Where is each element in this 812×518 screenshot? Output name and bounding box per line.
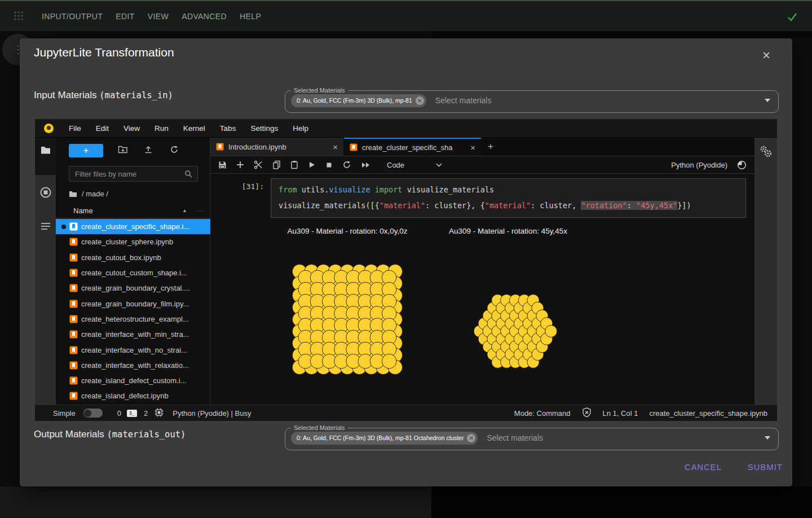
jupyter-menu-items: FileEditViewRunKernelTabsSettingsHelp xyxy=(61,124,316,133)
tab-create-cluster-specific-shape[interactable]: create_cluster_specific_sha × xyxy=(344,138,481,156)
menubar-item-advanced[interactable]: ADVANCED xyxy=(182,12,227,21)
chevron-down-icon[interactable] xyxy=(435,163,443,168)
jupyter-left-activity-bar xyxy=(35,138,56,405)
paste-icon[interactable] xyxy=(290,160,298,169)
stop-icon[interactable] xyxy=(325,161,333,169)
jupyter-status-bar: Simple 0 $_ 2 Python (Pyodide) | Busy Mo… xyxy=(35,405,777,421)
jupyter-menu-file[interactable]: File xyxy=(61,124,89,133)
header-more-icon[interactable]: ··· xyxy=(196,207,205,214)
file-item[interactable]: create_interface_with_min_stra... xyxy=(56,327,210,342)
material-chip[interactable]: 0: Au, Gold, FCC (Fm-3m) 3D (Bulk), mp-8… xyxy=(291,432,478,445)
kernel-chip-icon xyxy=(155,408,164,419)
dropdown-caret-icon[interactable] xyxy=(765,99,770,102)
jupyter-menu-run[interactable]: Run xyxy=(147,124,176,133)
notebook-icon xyxy=(69,392,78,400)
save-icon[interactable] xyxy=(218,161,227,169)
tab-close-icon[interactable]: × xyxy=(333,142,338,152)
jupyter-menu-tabs[interactable]: Tabs xyxy=(213,124,244,133)
command-mode-indicator[interactable]: Mode: Command xyxy=(514,409,571,418)
notebook-icon xyxy=(69,253,78,262)
selected-materials-legend: Selected Materials xyxy=(291,87,348,94)
notebook-panel: Introduction.ipynb × create_cluster_spec… xyxy=(210,138,754,405)
cancel-button[interactable]: CANCEL xyxy=(674,457,732,477)
name-column-header[interactable]: Name xyxy=(73,207,93,215)
simple-mode-toggle[interactable] xyxy=(83,409,103,418)
jupyter-menu-view[interactable]: View xyxy=(116,124,147,133)
file-item[interactable]: create_interface_with_relaxatio... xyxy=(56,358,210,373)
jupyter-menu-help[interactable]: Help xyxy=(285,124,316,133)
file-item[interactable]: create_heterostructure_exampl... xyxy=(56,311,210,327)
kernel-status[interactable]: Python (Pyodide) | Busy xyxy=(173,409,251,418)
dropdown-caret-icon[interactable] xyxy=(765,436,770,440)
grid-dots-icon[interactable] xyxy=(14,11,24,23)
kernel-name[interactable]: Python (Pyodide) xyxy=(671,161,727,169)
cut-icon[interactable] xyxy=(254,160,263,169)
menubar-item-view[interactable]: VIEW xyxy=(148,12,169,21)
file-item[interactable]: create_cutout_box.ipynb xyxy=(56,250,210,265)
file-name: create_cluster_specific_shape.i... xyxy=(81,222,189,231)
jupyter-menu-settings[interactable]: Settings xyxy=(243,124,285,133)
file-item[interactable]: create_cluster_sphere.ipynb xyxy=(56,234,210,249)
filter-files-input[interactable] xyxy=(69,166,198,182)
dot-spacer xyxy=(61,363,66,367)
refresh-icon[interactable] xyxy=(170,145,179,156)
folder-icon[interactable] xyxy=(40,145,51,157)
menubar-item-edit[interactable]: EDIT xyxy=(116,12,135,21)
tab-bar: Introduction.ipynb × create_cluster_spec… xyxy=(210,138,754,156)
page-background-band-dark xyxy=(431,486,812,518)
file-item[interactable]: create_island_defect_custom.i... xyxy=(56,373,210,388)
notebook-icon xyxy=(69,330,78,339)
sort-ascending-icon[interactable]: ▲ xyxy=(182,208,187,213)
file-name: create_cutout_custom_shape.i... xyxy=(81,269,187,277)
submit-button[interactable]: SUBMIT xyxy=(736,457,795,477)
not-trusted-shield-icon[interactable] xyxy=(582,407,592,419)
file-item[interactable]: create_cutout_custom_shape.i... xyxy=(56,265,210,280)
dot-spacer xyxy=(61,379,66,383)
cursor-position[interactable]: Ln 1, Col 1 xyxy=(603,409,638,418)
file-item[interactable]: create_island_defect.ipynb xyxy=(56,388,210,403)
file-item[interactable]: create_grain_boundary_crystal.... xyxy=(56,280,210,296)
search-icon xyxy=(184,170,193,180)
kernel-count[interactable]: 2 xyxy=(144,409,148,418)
select-materials-placeholder[interactable]: Select materials xyxy=(487,433,543,442)
property-inspector-gears-icon[interactable] xyxy=(759,144,773,161)
new-tab-icon[interactable]: + xyxy=(481,138,500,156)
close-icon[interactable]: × xyxy=(757,46,775,64)
jupyter-menu-kernel[interactable]: Kernel xyxy=(176,124,213,133)
breadcrumb[interactable]: / made / xyxy=(69,190,108,198)
file-item[interactable]: create_cluster_specific_shape.i... xyxy=(56,219,210,234)
new-launcher-button[interactable]: + xyxy=(69,144,103,157)
cell-type-select[interactable]: Code xyxy=(387,161,404,169)
upload-icon[interactable] xyxy=(144,145,153,156)
table-of-contents-icon[interactable] xyxy=(40,221,51,233)
restart-kernel-icon[interactable] xyxy=(342,160,351,169)
copy-icon[interactable] xyxy=(272,160,281,169)
file-item[interactable]: create_interface_with_no_strai... xyxy=(56,342,210,357)
new-folder-icon[interactable] xyxy=(118,145,128,156)
page-background-band-top xyxy=(431,31,812,38)
add-cell-icon[interactable] xyxy=(236,161,244,169)
input-materials-select[interactable]: Selected Materials 0: Au, Gold, FCC (Fm-… xyxy=(285,87,779,113)
file-item[interactable]: create_grain_boundary_film.ipy... xyxy=(56,296,210,311)
menubar-item-help[interactable]: HELP xyxy=(240,12,261,21)
tab-close-icon[interactable]: × xyxy=(470,143,475,152)
run-all-icon[interactable] xyxy=(361,161,370,169)
code-line: from utils.visualize import visualize_ma… xyxy=(279,182,738,197)
chip-remove-icon[interactable]: ✕ xyxy=(416,96,424,105)
run-icon[interactable] xyxy=(308,161,316,169)
output-materials-select[interactable]: Selected Materials 0: Au, Gold, FCC (Fm-… xyxy=(285,424,779,450)
notebook-content[interactable]: [31]: from utils.visualize import visual… xyxy=(210,174,754,388)
notebook-icon xyxy=(350,143,358,151)
select-materials-placeholder[interactable]: Select materials xyxy=(435,96,492,105)
file-list-header[interactable]: Name ▲ ··· xyxy=(56,203,210,218)
running-kernels-icon[interactable] xyxy=(39,186,52,200)
dot-spacer xyxy=(61,317,66,321)
material-chip[interactable]: 0: Au, Gold, FCC (Fm-3m) 3D (Bulk), mp-8… xyxy=(291,94,426,107)
notebook-icon xyxy=(69,269,78,277)
tab-introduction[interactable]: Introduction.ipynb × xyxy=(210,138,344,156)
chip-remove-icon[interactable]: ✕ xyxy=(467,434,475,442)
terminal-count[interactable]: 0 xyxy=(117,409,121,418)
menubar-item-input-output[interactable]: INPUT/OUTPUT xyxy=(42,12,103,21)
code-cell[interactable]: from utils.visualize import visualize_ma… xyxy=(271,178,746,218)
jupyter-menu-edit[interactable]: Edit xyxy=(89,124,116,133)
